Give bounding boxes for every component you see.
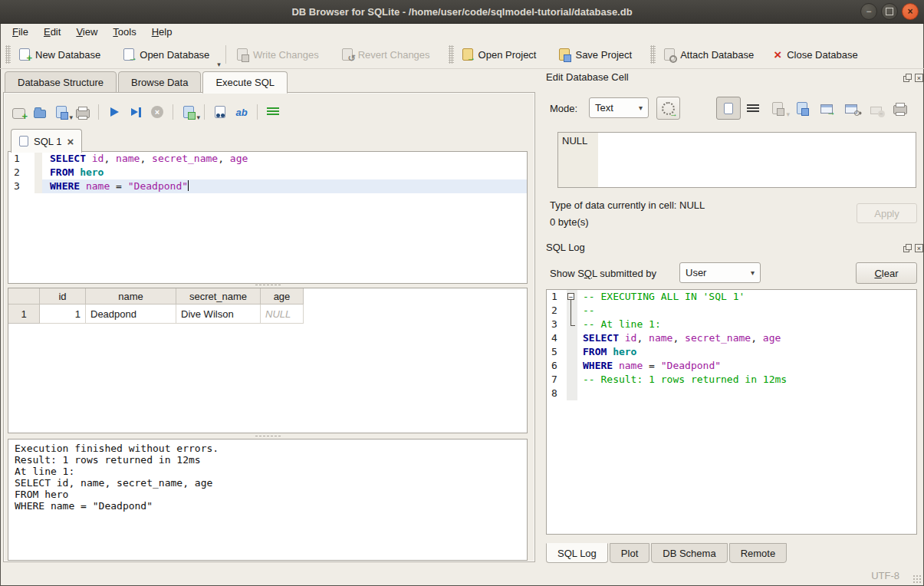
close-tab-icon[interactable]: × (67, 136, 74, 147)
menu-view[interactable]: View (68, 25, 105, 39)
code-text: FROM hero (42, 166, 104, 179)
menu-edit[interactable]: Edit (36, 25, 68, 39)
write-changes-button: Write Changes (231, 45, 325, 64)
toolbar-handle[interactable] (449, 45, 454, 64)
execution-message-box[interactable]: Execution finished without errors. Resul… (8, 439, 528, 561)
row-header[interactable]: 1 (8, 305, 40, 324)
code-text: -- EXECUTING ALL IN 'SQL 1' (577, 290, 745, 304)
save-sql-file-button[interactable]: ▾ (51, 103, 72, 121)
toggle-case-button[interactable]: ab (231, 103, 252, 121)
code-text: WHERE name = "Deadpond" (42, 179, 189, 193)
fold-collapse-icon[interactable] (567, 293, 574, 300)
toolbar-handle[interactable] (5, 45, 11, 64)
attach-database-button[interactable]: Attach Database (658, 45, 760, 64)
dock-tab-remote[interactable]: Remote (729, 543, 788, 563)
maximize-icon (886, 8, 893, 15)
menu-help[interactable]: Help (144, 25, 180, 39)
splitter-handle[interactable] (8, 434, 528, 438)
export-cell-button[interactable] (790, 97, 814, 120)
print-cell-button[interactable] (888, 97, 912, 120)
open-project-button[interactable]: → Open Project (456, 45, 543, 64)
table-cell[interactable]: 1 (40, 305, 86, 324)
open-sql-file-button[interactable] (29, 103, 51, 121)
column-header[interactable]: secret_name (176, 288, 261, 305)
minimize-button[interactable]: − (860, 3, 877, 20)
fold-margin[interactable] (567, 359, 577, 373)
execute-line-button[interactable] (125, 103, 146, 121)
new-database-button[interactable]: + New Database (13, 45, 107, 64)
fold-margin[interactable] (567, 331, 577, 345)
corner-header[interactable] (8, 288, 40, 305)
fold-margin[interactable] (567, 373, 577, 387)
open-database-button[interactable]: → Open Database (117, 45, 215, 64)
code-text: -- Result: 1 rows returned in 12ms (577, 373, 787, 387)
code-text: SELECT id, name, secret_name, age (577, 331, 781, 345)
word-wrap-button[interactable] (262, 103, 284, 121)
tab-execute-sql[interactable]: Execute SQL (202, 71, 288, 94)
table-row[interactable]: 11DeadpondDive WilsonNULL (8, 305, 304, 324)
table-cell[interactable]: NULL (261, 305, 304, 324)
sql-editor[interactable]: 1SELECT id, name, secret_name, age2FROM … (8, 151, 528, 284)
line-number: 1 (8, 152, 35, 166)
sql-source-select[interactable]: User ▾ (679, 262, 761, 283)
close-panel-icon[interactable]: × (915, 74, 923, 82)
text-mode-button[interactable] (716, 97, 741, 120)
maximize-button[interactable] (881, 3, 898, 20)
code-text: -- At line 1: (577, 318, 661, 331)
resize-grip[interactable] (912, 574, 922, 584)
splitter-handle[interactable] (8, 283, 528, 287)
results-table-container[interactable]: idnamesecret_nameage11DeadpondDive Wilso… (8, 288, 528, 433)
word-wrap-cell-button[interactable] (741, 97, 765, 120)
menu-file[interactable]: File (5, 25, 36, 39)
new-sql-tab-button[interactable]: + (8, 103, 29, 121)
save-results-button[interactable]: ▾ (178, 103, 199, 121)
table-cell[interactable]: Dive Wilson (176, 305, 261, 324)
titlebar[interactable]: DB Browser for SQLite - /home/user/code/… (0, 0, 924, 24)
dock-tab-plot[interactable]: Plot (610, 543, 649, 563)
execute-all-button[interactable] (104, 103, 125, 121)
mode-select[interactable]: Text ▾ (589, 97, 649, 118)
print-button[interactable] (72, 103, 94, 121)
menu-tools[interactable]: Tools (105, 25, 143, 39)
column-header[interactable]: name (86, 288, 176, 305)
dock-tab-sql-log[interactable]: SQL Log (546, 543, 608, 563)
main-toolbar: + New Database → Open Database ▾ Write C… (0, 41, 924, 69)
sql-document-tab[interactable]: SQL 1 × (11, 129, 82, 153)
tab-browse-data[interactable]: Browse Data (118, 71, 201, 93)
float-panel-icon[interactable] (903, 74, 912, 82)
float-panel-icon[interactable] (903, 244, 912, 252)
cell-value-text: NULL (562, 135, 587, 146)
separator (257, 104, 258, 120)
auto-apply-button[interactable] (656, 97, 680, 120)
cell-value-editor[interactable]: NULL (557, 132, 916, 188)
stop-execution-button: × (146, 103, 168, 121)
line-number: 3 (547, 318, 567, 331)
fold-margin (35, 179, 42, 193)
cell-size-label: 0 byte(s) (550, 216, 589, 228)
table-cell[interactable]: Deadpond (86, 305, 176, 324)
fold-margin[interactable] (567, 290, 577, 304)
tab-database-structure[interactable]: Database Structure (5, 71, 117, 93)
sql-log-view[interactable]: 1-- EXECUTING ALL IN 'SQL 1'2--3-- At li… (546, 289, 917, 535)
close-panel-icon[interactable]: × (915, 244, 923, 252)
open-in-app-button[interactable]: → (814, 97, 839, 120)
save-project-button[interactable]: Save Project (553, 45, 638, 64)
fold-margin[interactable] (567, 304, 577, 318)
write-changes-icon (237, 48, 248, 61)
close-database-button[interactable]: × Close Database (768, 45, 863, 64)
column-header[interactable]: id (40, 288, 86, 305)
fold-margin[interactable] (567, 387, 577, 400)
fold-margin[interactable] (567, 318, 577, 331)
toolbar-handle[interactable] (650, 45, 656, 64)
close-button[interactable]: × (902, 3, 919, 20)
sql-editor-toolbar: + ▾ × ▾ ab (8, 102, 284, 122)
dock-tab-db-schema[interactable]: DB Schema (651, 543, 727, 563)
open-database-dropdown[interactable]: ▾ (217, 61, 221, 68)
column-header[interactable]: age (261, 288, 304, 305)
find-replace-button[interactable] (209, 103, 231, 121)
line-number: 4 (547, 331, 567, 345)
clear-log-button[interactable]: Clear (856, 262, 917, 284)
fold-margin[interactable] (567, 345, 577, 359)
copy-link-button[interactable] (839, 97, 863, 120)
encoding-label: UTF-8 (871, 570, 899, 581)
